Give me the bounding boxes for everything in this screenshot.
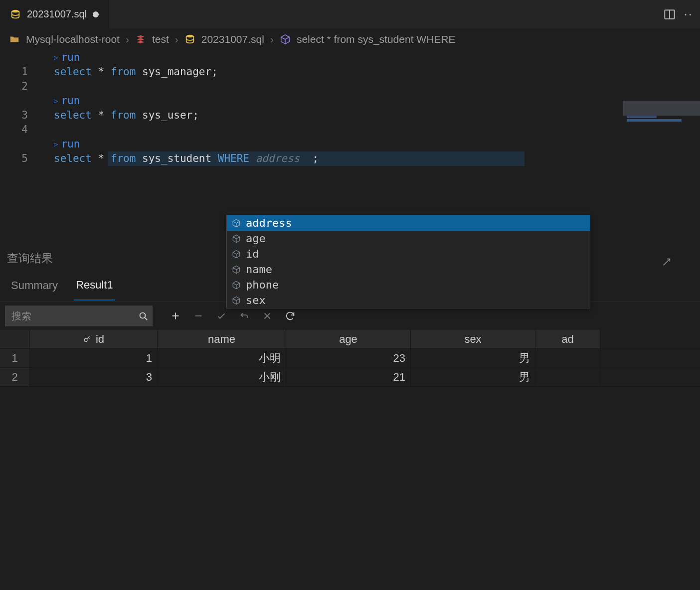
data-grid: id name age sex ad 1 1 小明 23 男 2 3 小刚 21… <box>0 330 700 387</box>
row-header-corner <box>0 330 30 348</box>
field-icon <box>232 281 241 290</box>
line-no: 1 <box>0 65 28 79</box>
svg-point-6 <box>84 338 87 341</box>
editor-tab[interactable]: 20231007.sql <box>0 0 109 28</box>
modified-indicator-icon <box>93 11 99 17</box>
column-header-sex[interactable]: sex <box>411 330 535 348</box>
search-input[interactable] <box>11 310 138 322</box>
field-icon <box>232 234 241 243</box>
column-header-name[interactable]: name <box>158 330 286 348</box>
tab-summary[interactable]: Summary <box>9 274 60 300</box>
line-no: 2 <box>0 79 28 94</box>
tab-result1[interactable]: Result1 <box>74 274 115 300</box>
breadcrumb-root[interactable]: Mysql-localhost-root <box>26 33 120 45</box>
cell-id[interactable]: 3 <box>30 368 158 386</box>
column-header-address[interactable]: ad <box>535 330 600 348</box>
cell-age[interactable]: 23 <box>286 349 411 367</box>
column-header-age[interactable]: age <box>286 330 411 348</box>
tab-bar: 20231007.sql ·· <box>0 0 700 28</box>
more-actions-icon[interactable]: ·· <box>684 6 693 22</box>
cell-sex[interactable]: 男 <box>411 349 535 367</box>
breadcrumb-db[interactable]: test <box>152 33 169 45</box>
tab-filename: 20231007.sql <box>27 8 87 20</box>
results-panel-title: 查询结果 <box>7 251 53 266</box>
breadcrumb: Mysql-localhost-root › test › 20231007.s… <box>0 28 700 50</box>
table-row[interactable]: 1 1 小明 23 男 <box>0 349 700 368</box>
database-icon <box>10 9 21 20</box>
svg-line-5 <box>145 318 148 320</box>
tab-actions: ·· <box>656 0 700 28</box>
chevron-right-icon: › <box>175 33 178 45</box>
row-number: 1 <box>0 349 30 367</box>
refresh-button[interactable] <box>280 306 300 326</box>
svg-point-0 <box>12 9 19 12</box>
column-header-id[interactable]: id <box>30 330 158 348</box>
row-number: 2 <box>0 368 30 386</box>
table-row[interactable]: 2 3 小刚 21 男 <box>0 368 700 387</box>
folder-icon <box>9 34 20 45</box>
completion-item[interactable]: address <box>227 215 590 231</box>
run-codelens[interactable]: ▷run <box>54 50 700 65</box>
field-icon <box>232 296 241 305</box>
commit-button[interactable] <box>211 306 231 326</box>
cancel-button[interactable] <box>257 306 277 326</box>
breadcrumb-file[interactable]: 20231007.sql <box>201 33 264 45</box>
svg-point-4 <box>140 313 146 318</box>
line-no: 3 <box>0 108 28 123</box>
cell-address[interactable] <box>535 349 600 367</box>
database-icon <box>184 34 195 45</box>
undo-button[interactable] <box>234 306 254 326</box>
field-icon <box>232 219 241 228</box>
cube-icon <box>280 34 291 45</box>
chevron-right-icon: › <box>270 33 274 45</box>
completion-item[interactable]: phone <box>227 277 590 293</box>
cell-address[interactable] <box>535 368 600 386</box>
code-content[interactable]: ▷run select * from sys_manager; ▷run sel… <box>54 50 700 166</box>
remove-row-button[interactable] <box>188 306 208 326</box>
breadcrumb-statement[interactable]: select * from sys_student WHERE <box>297 33 456 45</box>
key-icon <box>83 335 92 344</box>
cell-id[interactable]: 1 <box>30 349 158 367</box>
svg-point-3 <box>186 35 193 38</box>
cell-name[interactable]: 小明 <box>158 349 286 367</box>
search-input-wrapper <box>5 305 153 326</box>
minimap[interactable] <box>623 101 700 141</box>
redis-db-icon <box>135 34 146 45</box>
cell-sex[interactable]: 男 <box>411 368 535 386</box>
line-no: 5 <box>0 151 28 166</box>
results-panel-header: 查询结果 <box>0 245 700 272</box>
cell-name[interactable]: 小刚 <box>158 368 286 386</box>
completion-item[interactable]: age <box>227 231 590 246</box>
cell-age[interactable]: 21 <box>286 368 411 386</box>
expand-icon[interactable] <box>661 257 672 268</box>
run-codelens[interactable]: ▷run <box>54 94 700 108</box>
line-no: 4 <box>0 123 28 137</box>
search-icon[interactable] <box>138 310 149 321</box>
chevron-right-icon: › <box>126 33 129 45</box>
run-codelens[interactable]: ▷run <box>54 137 700 151</box>
grid-header-row: id name age sex ad <box>0 330 700 349</box>
split-editor-icon[interactable] <box>663 8 676 21</box>
add-row-button[interactable] <box>166 306 185 326</box>
completion-item[interactable]: sex <box>227 293 590 308</box>
code-editor[interactable]: 1 2 3 4 5 ▷run select * from sys_manager… <box>0 50 700 245</box>
line-number-gutter: 1 2 3 4 5 <box>0 50 38 166</box>
